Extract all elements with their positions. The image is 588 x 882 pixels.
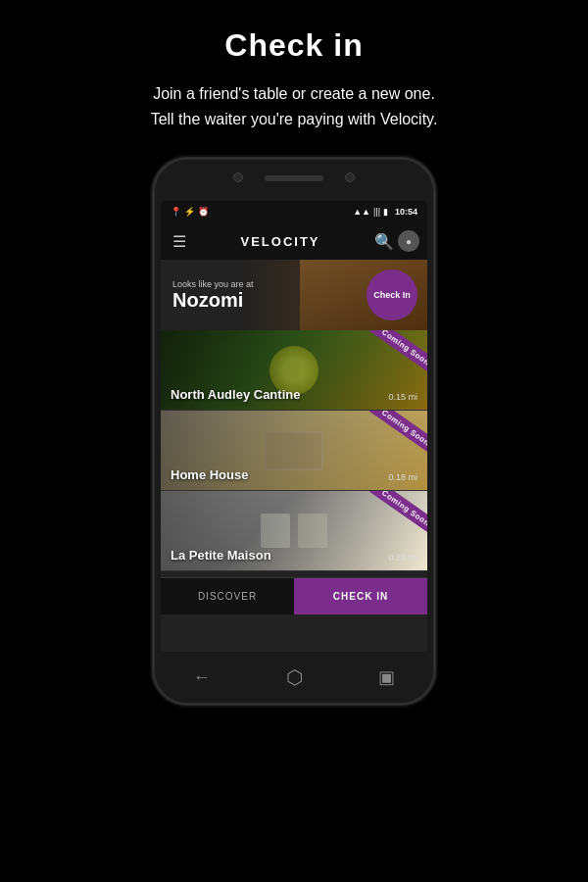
tab-discover[interactable]: DISCOVER: [161, 578, 294, 614]
current-venue-banner: Looks like you are at Nozomi Check In: [161, 260, 427, 330]
home-button[interactable]: ⬡: [286, 665, 303, 689]
venue-name-3: La Petite Maison: [171, 548, 271, 563]
page-title: Check in: [0, 0, 588, 64]
page-subtitle: Join a friend's table or create a new on…: [0, 64, 588, 131]
venue-card-home-house[interactable]: Coming Soon Home House 0.18 mi: [161, 411, 427, 491]
battery-icon: ▮: [383, 207, 388, 217]
back-button[interactable]: ←: [193, 667, 211, 688]
venue-name-2: Home House: [171, 467, 248, 482]
phone-bottom-nav: ← ⬡ ▣: [155, 652, 433, 703]
status-right-icons: ▲▲ ||| ▮ 10:54: [353, 207, 417, 217]
venue-distance-3: 0.36 mi: [388, 553, 417, 563]
venue-info-2: Home House: [171, 467, 248, 482]
venue-info-3: La Petite Maison: [171, 548, 271, 563]
nav-button-group: ← ⬡ ▣: [155, 665, 433, 689]
tab-check-in[interactable]: CHECK IN: [294, 578, 427, 614]
time-display: 10:54: [395, 207, 417, 217]
menu-icon[interactable]: ☰: [169, 232, 190, 251]
alarm-icon: ⏰: [198, 207, 209, 217]
avatar-icon[interactable]: ●: [398, 230, 419, 252]
venue-info-1: North Audley Cantine: [171, 387, 300, 402]
lightning-icon: ⚡: [184, 207, 195, 217]
app-bar: ☰ VELOCITY 🔍 ●: [161, 222, 427, 260]
status-bar: 📍 ⚡ ⏰ ▲▲ ||| ▮ 10:54: [161, 201, 427, 222]
phone-speaker: [265, 175, 323, 181]
wifi-icon: ▲▲: [353, 207, 370, 217]
venue-card-la-petite[interactable]: Coming Soon La Petite Maison 0.36 mi: [161, 491, 427, 571]
recents-button[interactable]: ▣: [378, 666, 395, 688]
search-icon[interactable]: 🔍: [370, 232, 398, 251]
page-background: Check in Join a friend's table or create…: [0, 0, 588, 882]
venue-card-north-audley[interactable]: Coming Soon North Audley Cantine 0.15 mi: [161, 330, 427, 411]
status-left-icons: 📍 ⚡ ⏰: [171, 207, 209, 217]
phone-camera: [233, 172, 243, 182]
venue-distance-2: 0.18 mi: [388, 472, 417, 482]
venue-name-1: North Audley Cantine: [171, 387, 300, 402]
check-in-button[interactable]: Check In: [367, 270, 417, 320]
phone-content-area: Looks like you are at Nozomi Check In Co…: [161, 260, 427, 614]
phone-camera-right: [345, 172, 355, 182]
venue-list: Coming Soon North Audley Cantine 0.15 mi…: [161, 330, 427, 571]
location-icon: 📍: [171, 207, 181, 217]
signal-icon: |||: [373, 207, 380, 217]
subtitle-line1: Join a friend's table or create a new on…: [153, 85, 435, 102]
tab-bar: DISCOVER CHECK IN: [161, 577, 427, 614]
subtitle-line2: Tell the waiter you're paying with Veloc…: [151, 111, 438, 127]
phone-screen: 📍 ⚡ ⏰ ▲▲ ||| ▮ 10:54 ☰ VELOCITY 🔍 ●: [161, 201, 427, 652]
venue-distance-1: 0.15 mi: [388, 392, 417, 402]
phone-shell: 📍 ⚡ ⏰ ▲▲ ||| ▮ 10:54 ☰ VELOCITY 🔍 ●: [152, 157, 436, 706]
app-title: VELOCITY: [190, 234, 370, 249]
